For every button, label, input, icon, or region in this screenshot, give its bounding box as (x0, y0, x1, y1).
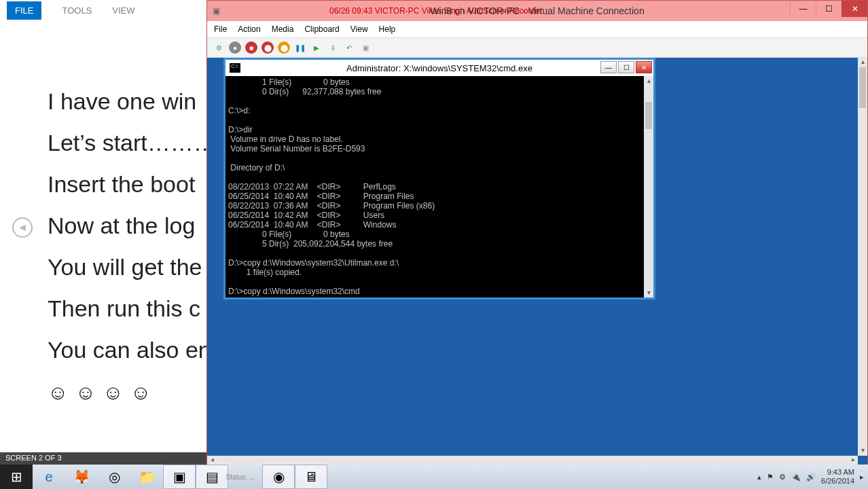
enhanced-session-button[interactable]: ▣ (359, 41, 372, 54)
cmd-maximize-button[interactable]: ☐ (618, 61, 634, 73)
firefox-icon[interactable]: 🦊 (65, 465, 98, 489)
start-menu-button[interactable]: ⊞ (0, 465, 33, 489)
taskbar-app-recorder[interactable]: ◉ (262, 465, 295, 489)
cmd-minimize-button[interactable]: — (600, 61, 617, 73)
volume-icon[interactable]: 🔊 (806, 473, 816, 482)
turn-off-button[interactable]: ■ (245, 41, 257, 54)
cmd-titlebar[interactable]: C:\ Administrator: X:\windows\SYSTEM32\c… (225, 60, 653, 76)
cmd-icon: C:\ (230, 63, 240, 73)
taskbar-app-vmconnection[interactable]: 🖥 (295, 465, 327, 489)
cmd-close-button[interactable]: ✕ (636, 61, 652, 73)
start-button[interactable]: ● (229, 41, 241, 54)
vm-scrollbar-vertical[interactable]: ▴▾ (858, 58, 867, 456)
taskbar-app-hyperv[interactable]: ▤ Status: ... (196, 465, 228, 489)
vm-close-button[interactable]: ✕ (842, 1, 867, 17)
system-tray: ▴ ⚑ ⚙ 🔌 🔊 9:43 AM6/26/2014 ▸ (757, 465, 864, 489)
vm-minimize-button[interactable]: — (790, 1, 816, 17)
vm-menubar: File Action Media Clipboard View Help (207, 21, 867, 37)
tab-view[interactable]: VIEW (112, 5, 134, 16)
taskbar: ⊞ e 🦊 ◎ 📁 ▣ ▤ Status: ... ◉ 🖥 ▴ ⚑ ⚙ 🔌 🔊 … (0, 465, 868, 489)
taskbar-app-presenter[interactable]: ▣ (163, 465, 196, 489)
ctrl-alt-del-icon[interactable]: ⚙ (213, 41, 225, 54)
vm-title-text: Win8 on VICTOR-PC - Virtual Machine Conn… (430, 5, 644, 16)
cmd-output[interactable]: 1 File(s) 0 bytes 0 Dir(s) 92,377,088 by… (225, 76, 653, 297)
vm-icon: ▣ (213, 6, 220, 16)
network-icon[interactable]: ⚙ (779, 473, 786, 482)
reset-button[interactable]: ▶ (310, 41, 323, 54)
vm-toolbar: ⚙ ● ■ ⬤ ⬤ ❚❚ ▶ ⇩ ↶ ▣ (207, 37, 867, 58)
explorer-icon[interactable]: 📁 (130, 465, 163, 489)
menu-help[interactable]: Help (379, 24, 396, 34)
tray-overflow-icon[interactable]: ▴ (757, 473, 761, 482)
save-button[interactable]: ⬤ (278, 41, 290, 54)
prev-slide-button[interactable]: ◄ (12, 217, 33, 238)
cmd-window: C:\ Administrator: X:\windows\SYSTEM32\c… (223, 58, 655, 300)
vm-window: ▣ 06/26 09:43 VICTOR-PC Vikas Singh Auto… (206, 0, 868, 466)
menu-action[interactable]: Action (238, 24, 260, 34)
tab-tools[interactable]: TOOLS (62, 5, 92, 16)
action-center-icon[interactable]: ⚑ (767, 473, 774, 482)
vm-client-area[interactable]: C:\ Administrator: X:\windows\SYSTEM32\c… (207, 58, 867, 465)
vm-titlebar[interactable]: ▣ 06/26 09:43 VICTOR-PC Vikas Singh Auto… (207, 1, 867, 21)
show-desktop-button[interactable]: ▸ (860, 473, 864, 482)
checkpoint-button[interactable]: ⇩ (327, 41, 339, 54)
vm-maximize-button[interactable]: ☐ (816, 1, 842, 17)
pause-button[interactable]: ❚❚ (294, 41, 306, 54)
menu-file[interactable]: File (214, 24, 227, 34)
revert-button[interactable]: ↶ (343, 41, 355, 54)
shutdown-button[interactable]: ⬤ (261, 41, 274, 54)
chrome-icon[interactable]: ◎ (98, 465, 130, 489)
cmd-title-text: Administrator: X:\windows\SYSTEM32\cmd.e… (346, 63, 532, 73)
cmd-scrollbar[interactable]: ▴▾ (644, 76, 653, 297)
taskbar-clock[interactable]: 9:43 AM6/26/2014 (821, 468, 854, 486)
menu-clipboard[interactable]: Clipboard (304, 24, 339, 34)
ie-icon[interactable]: e (33, 465, 65, 489)
power-icon[interactable]: 🔌 (791, 473, 801, 482)
menu-view[interactable]: View (350, 24, 368, 34)
status-mini: Status: ... (226, 473, 255, 481)
vm-scrollbar-horizontal[interactable]: ◂▸ (207, 456, 858, 465)
menu-media[interactable]: Media (272, 24, 294, 34)
tab-file[interactable]: FILE (7, 1, 41, 20)
